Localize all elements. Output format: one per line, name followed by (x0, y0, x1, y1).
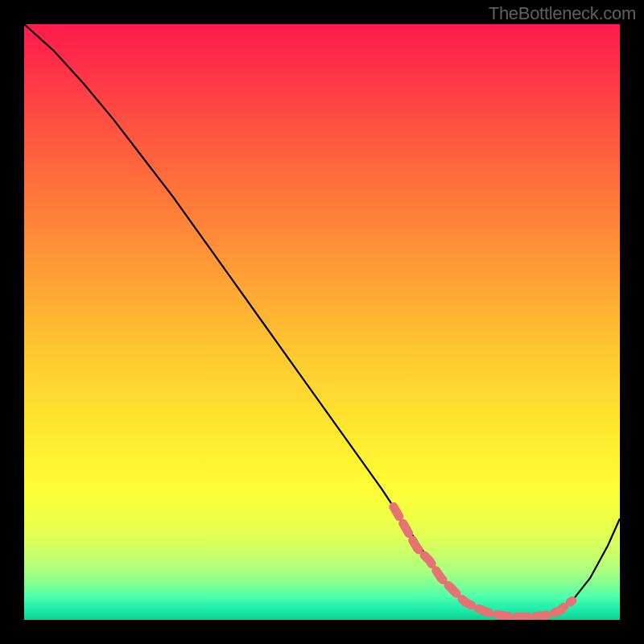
highlight-marker-line (394, 506, 572, 617)
watermark-text: TheBottleneck.com (489, 3, 636, 24)
bottleneck-curve-line (24, 24, 620, 617)
plot-area (24, 24, 620, 620)
chart-svg (24, 24, 620, 620)
